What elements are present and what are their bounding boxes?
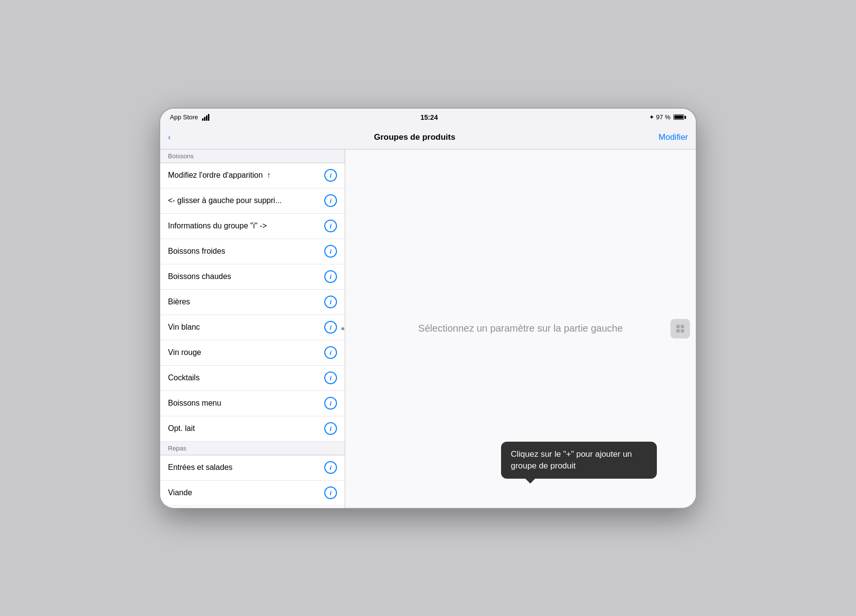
item-label-opt-lait: Opt. lait: [168, 424, 324, 433]
list-item-burgers[interactable]: Burgers i: [160, 506, 345, 508]
list-item-swipe[interactable]: <- glisser à gauche pour suppri... i: [160, 188, 345, 214]
list-item-bieres[interactable]: Bières i: [160, 290, 345, 315]
info-icon-opt-lait[interactable]: i: [324, 422, 337, 435]
info-icon-info-group[interactable]: i: [324, 220, 337, 232]
item-label-vin-blanc: Vin blanc: [168, 323, 324, 332]
right-side-icon: [670, 319, 690, 338]
info-icon-viande[interactable]: i: [324, 486, 337, 499]
status-time: 15:24: [420, 113, 438, 121]
nav-bar: ‹ Groupes de produits Modifier: [160, 126, 696, 149]
svg-rect-1: [681, 325, 684, 328]
info-icon-cocktails[interactable]: i: [324, 372, 337, 384]
page-title: Groupes de produits: [171, 132, 659, 142]
list-item-vin-rouge[interactable]: Vin rouge i: [160, 340, 345, 366]
svg-rect-0: [676, 325, 680, 328]
item-label-vin-rouge: Vin rouge: [168, 348, 324, 357]
section-header-repas: Repas: [160, 442, 345, 455]
ipad-frame: App Store 15:24 ✦ 97 % ‹ Groupes de prod…: [160, 109, 696, 508]
item-label-order: Modifiez l'ordre d'apparition ↑: [168, 171, 324, 180]
list-item-opt-lait[interactable]: Opt. lait i: [160, 416, 345, 442]
scroll-indicator: [341, 327, 344, 330]
info-icon-swipe[interactable]: i: [324, 194, 337, 207]
info-icon-boissons-menu[interactable]: i: [324, 397, 337, 410]
svg-rect-2: [676, 329, 680, 333]
placeholder-text: Sélectionnez un paramètre sur la partie …: [418, 323, 623, 334]
info-icon-boissons-chaudes[interactable]: i: [324, 270, 337, 283]
app-store-label: App Store: [170, 113, 198, 121]
list-item-info-group[interactable]: Informations du groupe "i" -> i: [160, 214, 345, 239]
battery-icon: [673, 114, 686, 120]
item-label-viande: Viande: [168, 488, 324, 497]
tooltip: Cliquez sur le "+" pour ajouter un group…: [501, 442, 657, 479]
list-item-boissons-menu[interactable]: Boissons menu i: [160, 391, 345, 416]
list-item-boissons-froides[interactable]: Boissons froides i: [160, 239, 345, 264]
status-left: App Store: [170, 113, 209, 121]
modifier-button[interactable]: Modifier: [659, 132, 688, 142]
svg-rect-3: [681, 329, 684, 333]
list-item-cocktails[interactable]: Cocktails i: [160, 366, 345, 391]
info-icon-bieres[interactable]: i: [324, 296, 337, 308]
item-label-cocktails: Cocktails: [168, 373, 324, 382]
info-icon[interactable]: i: [324, 169, 337, 182]
item-label-bieres: Bières: [168, 298, 324, 306]
bluetooth-label: ✦ 97 %: [649, 113, 670, 121]
list-item-boissons-chaudes[interactable]: Boissons chaudes i: [160, 264, 345, 290]
info-icon-boissons-froides[interactable]: i: [324, 245, 337, 258]
list-item-order[interactable]: Modifiez l'ordre d'apparition ↑ i: [160, 163, 345, 188]
list-item-viande[interactable]: Viande i: [160, 481, 345, 506]
right-panel: Sélectionnez un paramètre sur la partie …: [345, 149, 696, 508]
tooltip-text: Cliquez sur le "+" pour ajouter un group…: [511, 449, 632, 470]
item-label-boissons-chaudes: Boissons chaudes: [168, 272, 324, 281]
item-label-boissons-menu: Boissons menu: [168, 399, 324, 408]
list-item-vin-blanc[interactable]: Vin blanc i: [160, 315, 345, 340]
item-label-info-group: Informations du groupe "i" ->: [168, 222, 324, 230]
item-label-swipe: <- glisser à gauche pour suppri...: [168, 196, 324, 205]
info-icon-vin-rouge[interactable]: i: [324, 346, 337, 359]
info-icon-entrees[interactable]: i: [324, 461, 337, 474]
item-label-boissons-froides: Boissons froides: [168, 247, 324, 256]
info-icon-vin-blanc[interactable]: i: [324, 321, 337, 334]
section-header-boissons: Boissons: [160, 149, 345, 163]
main-content: Boissons Modifiez l'ordre d'apparition ↑…: [160, 149, 696, 508]
sidebar: Boissons Modifiez l'ordre d'apparition ↑…: [160, 149, 345, 508]
status-right: ✦ 97 %: [649, 113, 686, 121]
list-item-entrees[interactable]: Entrées et salades i: [160, 455, 345, 481]
wifi-icon: [202, 114, 209, 121]
arrow-up-icon: ↑: [267, 171, 271, 180]
status-bar: App Store 15:24 ✦ 97 %: [160, 109, 696, 126]
item-label-entrees: Entrées et salades: [168, 463, 324, 472]
